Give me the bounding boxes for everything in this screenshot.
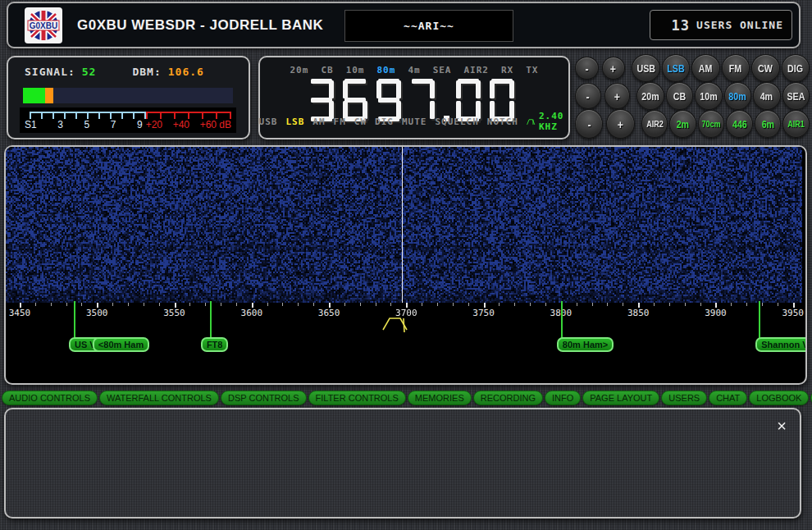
tab-audio-controls[interactable]: AUDIO CONTROLS	[2, 391, 98, 405]
band-button-usb[interactable]: USB	[632, 54, 659, 82]
scale-minor-tick	[236, 303, 237, 306]
s-meter-numbers-low: S13579	[25, 119, 143, 130]
band-button-dig[interactable]: DIG	[782, 54, 810, 82]
station-logo: G0XBU	[25, 7, 62, 43]
vfo-band-indicator-rx: RX	[501, 65, 513, 75]
step-up-button-row3[interactable]: +	[606, 109, 634, 139]
scale-minor-tick	[577, 303, 577, 306]
signal-label: SIGNAL:	[25, 66, 75, 78]
passband-filter-marker[interactable]	[382, 316, 410, 336]
band-button-lsb[interactable]: LSB	[662, 54, 690, 82]
step-up-button-row2[interactable]: +	[604, 83, 631, 109]
band-button-2m[interactable]: 2m	[669, 110, 696, 138]
marker-line	[74, 301, 75, 339]
scale-minor-tick	[128, 303, 129, 306]
band-button-cw[interactable]: CW	[751, 54, 779, 82]
vfo-display-panel: 20mCB10m80m4mSEAAIR2RXTX USBLSBAMFMCWDIG…	[258, 56, 570, 139]
vfo-band-indicator-cb: CB	[321, 65, 333, 75]
marker-line	[210, 301, 212, 339]
scale-tick-label: 3600	[241, 308, 263, 318]
band-button-am[interactable]: AM	[691, 54, 719, 82]
vfo-band-indicator-10m: 10m	[346, 65, 365, 75]
band-button-air1[interactable]: AIR1	[782, 110, 810, 138]
scale-minor-tick	[607, 303, 608, 306]
tab-filter-controls[interactable]: FILTER CONTROLS	[308, 391, 406, 405]
band-button-fm[interactable]: FM	[722, 54, 750, 82]
scale-minor-tick	[205, 303, 206, 306]
scale-minor-tick	[700, 303, 701, 306]
page-title: G0XBU WEBSDR - JODRELL BANK	[77, 3, 323, 47]
s-meter-tick-label: 5	[84, 119, 90, 130]
tab-waterfall-controls[interactable]: WATERFALL CONTROLS	[99, 391, 219, 405]
vfo-mode-indicator-notch: NOTCH	[487, 117, 518, 127]
scale-tick-label: 3500	[86, 308, 108, 318]
signal-bar-orange	[45, 88, 53, 103]
s-meter-tick-label: 7	[111, 119, 116, 130]
waterfall-panel: 3450350035503600365037003750380038503900…	[4, 145, 807, 385]
band-mode-button-grid: -+USBLSBAMFMCWDIG-+20mCB10m80m4mSEA-+AIR…	[575, 54, 811, 139]
scale-minor-tick	[731, 303, 732, 306]
band-marker-shannon-volme[interactable]: Shannon Volme	[755, 337, 807, 352]
vfo-band-indicator-80m: 80m	[377, 65, 396, 75]
band-button-6m[interactable]: 6m	[755, 110, 782, 138]
svg-text:G0XBU: G0XBU	[30, 21, 57, 30]
signal-readout-row: SIGNAL: 52 DBM: 106.6	[25, 66, 236, 78]
step-up-button-row1[interactable]: +	[602, 57, 626, 80]
band-marker-ft8[interactable]: FT8	[201, 337, 229, 352]
band-button-446[interactable]: 446	[726, 110, 753, 138]
s-meter-ticks	[30, 112, 231, 119]
tab-page-layout[interactable]: PAGE LAYOUT	[582, 391, 659, 405]
scale-minor-tick	[453, 303, 454, 306]
scale-minor-tick	[66, 303, 67, 306]
band-button-air2[interactable]: AIR2	[641, 110, 668, 138]
band-button-70cm[interactable]: 70cm	[698, 110, 725, 138]
step-down-button-row3[interactable]: -	[575, 109, 603, 139]
scale-minor-tick	[514, 303, 515, 306]
s-meter-ticks-low	[30, 112, 146, 119]
tab-users[interactable]: USERS	[661, 391, 707, 405]
scale-minor-tick	[592, 303, 593, 306]
banner-box: ~~ARI~~	[344, 10, 513, 42]
button-row-3: -+AIR22m70cm4466mAIR1	[575, 110, 811, 138]
vfo-mode-indicator-am: AM	[312, 117, 325, 127]
band-button-10m[interactable]: 10m	[695, 82, 722, 110]
step-down-button-row1[interactable]: -	[575, 57, 599, 80]
scale-minor-tick	[313, 303, 314, 306]
union-jack-logo-icon: G0XBU	[26, 9, 61, 42]
close-icon[interactable]: ×	[777, 418, 787, 434]
band-marker--80m-ham[interactable]: <80m Ham	[93, 337, 149, 352]
tab-memories[interactable]: MEMORIES	[408, 391, 472, 405]
vfo-band-indicator-air2: AIR2	[464, 65, 490, 75]
tab-logbook[interactable]: LOGBOOK	[749, 391, 809, 405]
tab-chat[interactable]: CHAT	[709, 391, 747, 405]
tab-recording[interactable]: RECORDING	[473, 391, 543, 405]
band-button-80m[interactable]: 80m	[724, 82, 751, 110]
tuning-line	[402, 147, 403, 303]
band-button-4m[interactable]: 4m	[753, 82, 780, 110]
scale-tick-label: 3650	[318, 308, 340, 318]
scale-minor-tick	[545, 303, 546, 306]
band-button-20m[interactable]: 20m	[636, 82, 664, 110]
scale-minor-tick	[344, 303, 345, 306]
users-label: USERS ONLINE	[696, 19, 783, 31]
bandpass-filter-icon	[527, 117, 536, 127]
dbm-value: 106.6	[168, 66, 204, 78]
scale-minor-tick	[746, 303, 747, 306]
frequency-scale[interactable]: 3450350035503600365037003750380038503900…	[6, 303, 805, 380]
scale-tick-label: 3450	[9, 308, 31, 318]
band-button-sea[interactable]: SEA	[782, 82, 810, 110]
vfo-band-indicator-20m: 20m	[290, 65, 309, 75]
scale-minor-tick	[81, 303, 82, 306]
scale-minor-tick	[778, 303, 778, 306]
tab-dsp-controls[interactable]: DSP CONTROLS	[221, 391, 307, 405]
vfo-band-indicators: 20mCB10m80m4mSEAAIR2RXTX	[260, 65, 568, 75]
audio-controls-panel: Volume Audio Buffer MUTE SQUELCH NOTCH1 …	[4, 408, 801, 519]
tab-info[interactable]: INFO	[545, 391, 581, 405]
band-button-cb[interactable]: CB	[666, 82, 693, 110]
band-marker-80m-ham-[interactable]: 80m Ham>	[557, 337, 614, 352]
waterfall-display[interactable]	[6, 147, 802, 303]
bandwidth-value: 2.40 KHZ	[539, 111, 569, 132]
scale-tick-label: 3550	[163, 308, 185, 318]
header-bar: G0XBU G0XBU WEBSDR - JODRELL BANK ~~ARI~…	[7, 2, 801, 48]
step-down-button-row2[interactable]: -	[575, 83, 601, 109]
